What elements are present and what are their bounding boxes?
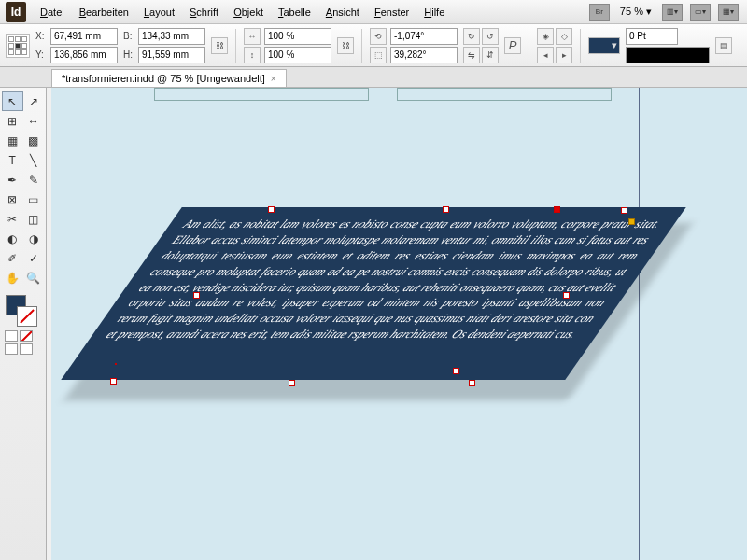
free-transform-tool[interactable]: ◫ [23,209,45,229]
more-options-icon[interactable]: ▤ [715,37,732,54]
size-fields: B:134,33 mm H:91,559 mm [123,28,205,63]
y-field[interactable]: 136,856 mm [50,47,118,63]
select-next-icon[interactable]: ▸ [556,47,572,63]
menu-layout[interactable]: Layout [137,4,181,21]
apply-none-icon[interactable] [20,330,33,342]
pen-tool[interactable]: ✒ [2,170,23,189]
fill-stroke-swatches[interactable] [2,293,44,329]
menu-objekt[interactable]: Objekt [227,4,270,21]
stroke-style-field[interactable] [626,47,710,63]
rotate-icon: ⟲ [370,28,387,45]
constrain-proportions-icon[interactable]: ⛓ [211,37,228,54]
handle-outtext[interactable] [453,368,459,374]
arrange-icon[interactable]: ▦▾ [718,4,739,21]
stroke-color-swatch[interactable] [17,306,37,327]
w-field[interactable]: 134,33 mm [138,28,205,45]
direct-selection-tool[interactable]: ↗ [23,91,45,111]
gradient-feather-tool[interactable]: ◑ [23,229,45,248]
document-tab-strip: *transformieren.indd @ 75 % [Umgewandelt… [0,67,747,88]
clear-transform-icon[interactable]: P [504,37,521,54]
scale-link-icon[interactable]: ⛓ [337,37,354,54]
handle-outport[interactable] [628,218,635,225]
scale-x-field[interactable]: 100 % [264,28,331,45]
handle-bl[interactable] [110,378,117,385]
apply-color-icon[interactable] [5,330,18,342]
scale-x-icon: ↔ [244,28,261,45]
fill-swatch[interactable]: ▾ [588,37,620,54]
document-tab-title: *transformieren.indd @ 75 % [Umgewandelt… [62,73,265,84]
scale-y-field[interactable]: 100 % [264,47,331,63]
gradient-swatch-tool[interactable]: ◐ [2,229,23,248]
eyedropper-tool[interactable]: ✓ [23,248,45,268]
note-tool[interactable]: ✐ [2,248,23,268]
frame-edge-top-2 [397,88,612,101]
handle-mr[interactable] [563,292,570,299]
menu-hilfe[interactable]: Hilfe [417,4,451,21]
stroke-weight-field[interactable]: 0 Pt [626,28,678,45]
gap-tool[interactable]: ↔ [23,111,45,131]
content-placer-tool[interactable]: ▩ [23,131,45,150]
transform-fields: ⟲-1,074° ⬚39,282° [370,28,458,63]
menu-schrift[interactable]: Schrift [183,4,225,21]
menu-datei[interactable]: Datei [34,4,71,21]
tools-panel: ↖↗ ⊞↔ ▦▩ T╲ ✒✎ ⊠▭ ✂◫ ◐◑ ✐✓ ✋🔍 [0,88,47,560]
handle-bm[interactable] [289,380,295,386]
menu-bar: Id Datei Bearbeiten Layout Schrift Objek… [0,0,747,24]
close-tab-icon[interactable]: × [271,74,276,84]
select-content-icon[interactable]: ◇ [556,28,572,45]
type-tool[interactable]: T [2,150,23,170]
scale-fields: ↔100 % ↕100 % [244,28,331,63]
document-tab[interactable]: *transformieren.indd @ 75 % [Umgewandelt… [51,69,287,87]
line-tool[interactable]: ╲ [23,150,45,170]
bridge-button[interactable]: Br [589,4,610,21]
flip-v-icon[interactable]: ⇵ [482,47,499,63]
reference-point[interactable] [6,34,30,58]
zoom-level[interactable]: 75 % ▾ [614,6,657,18]
frame-edge-top-1 [154,88,369,101]
y-label: Y: [35,49,47,60]
document-window[interactable]: Am alist, as nobitat lam volores es nobi… [51,88,747,560]
scale-y-icon: ↕ [244,47,261,63]
handle-tl[interactable] [268,206,275,213]
menu-tabelle[interactable]: Tabelle [272,4,317,21]
x-label: X: [35,31,47,41]
control-bar: X:67,491 mm Y:136,856 mm B:134,33 mm H:9… [0,24,747,67]
select-prev-icon[interactable]: ◂ [537,47,554,63]
page-tool[interactable]: ⊞ [2,111,23,131]
h-label: H: [123,49,134,60]
rectangle-frame-tool[interactable]: ⊠ [2,189,23,209]
scissors-tool[interactable]: ✂ [2,209,23,229]
h-field[interactable]: 91,559 mm [138,47,205,63]
normal-view-icon[interactable] [5,343,18,355]
flip-h-icon[interactable]: ⇋ [463,47,480,63]
menu-fenster[interactable]: Fenster [368,4,416,21]
app-logo: Id [6,2,26,22]
pencil-tool[interactable]: ✎ [23,170,45,189]
shear-field[interactable]: 39,282° [390,47,458,63]
select-container-icon[interactable]: ◈ [537,28,554,45]
hand-tool[interactable]: ✋ [2,268,23,287]
w-label: B: [123,31,134,41]
content-collector-tool[interactable]: ▦ [2,131,23,150]
selection-outline [115,363,117,365]
handle-intext-top[interactable] [554,206,560,213]
selection-tool[interactable]: ↖ [2,91,23,111]
handle-tr[interactable] [621,207,627,214]
x-field[interactable]: 67,491 mm [50,28,118,45]
menu-bearbeiten[interactable]: Bearbeiten [73,4,135,21]
handle-tm[interactable] [443,206,449,213]
menu-ansicht[interactable]: Ansicht [319,4,366,21]
rectangle-tool[interactable]: ▭ [23,189,45,209]
rotate-ccw-icon[interactable]: ↺ [482,28,499,45]
preview-view-icon[interactable] [20,343,33,355]
handle-br[interactable] [469,380,475,386]
view-options-icon[interactable]: ▥▾ [662,4,683,21]
rotate-cw-icon[interactable]: ↻ [463,28,480,45]
shear-icon: ⬚ [370,47,387,63]
screen-mode-icon[interactable]: ▭▾ [690,4,711,21]
position-fields: X:67,491 mm Y:136,856 mm [35,28,118,63]
rotate-field[interactable]: -1,074° [390,28,458,45]
zoom-tool[interactable]: 🔍 [23,268,45,287]
handle-ml[interactable] [193,292,200,299]
